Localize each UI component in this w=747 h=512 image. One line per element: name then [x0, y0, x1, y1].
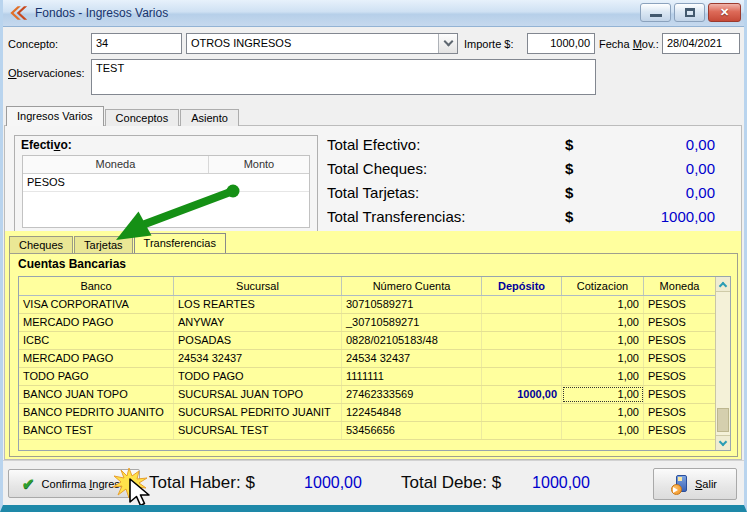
total-tarjetas-label: Total Tarjetas:: [327, 184, 419, 201]
importe-input[interactable]: 1000,00: [527, 33, 595, 54]
currency-symbol: $: [565, 136, 573, 153]
total-haber-value: 1000,00: [291, 474, 375, 492]
cell-numero: 30710589271: [342, 296, 482, 313]
cell-numero: 1111111: [342, 368, 482, 385]
minimize-button[interactable]: [640, 3, 671, 22]
cell-sucursal: SUCURSAL JUAN TOPO: [174, 386, 342, 403]
payments-panel: Cheques Tarjetas Transferencias Cuentas …: [5, 231, 741, 459]
cell-deposito[interactable]: [482, 404, 562, 421]
total-debe-value: 1000,00: [515, 474, 607, 492]
cell-deposito[interactable]: [482, 314, 562, 331]
total-efectivo-label: Total Efectivo:: [327, 136, 420, 153]
tab-transferencias[interactable]: Transferencias: [134, 233, 226, 253]
tab-tarjetas[interactable]: Tarjetas: [74, 236, 133, 253]
observaciones-label: Observaciones:: [8, 67, 84, 79]
scroll-up-button[interactable]: [716, 277, 730, 292]
cell-deposito[interactable]: [482, 350, 562, 367]
cell-banco: BANCO JUAN TOPO: [19, 386, 174, 403]
vertical-scrollbar[interactable]: [715, 277, 730, 450]
tab-conceptos[interactable]: Conceptos: [105, 109, 180, 126]
total-cheques-row: Total Cheques: $ 0,00: [327, 157, 719, 181]
fecha-input[interactable]: 28/04/2021: [662, 33, 740, 54]
total-debe-label: Total Debe: $: [401, 473, 501, 493]
confirma-ingreso-button[interactable]: ✔ Confirma Ingreso: [8, 469, 140, 498]
cell-numero: 24534 32437: [342, 350, 482, 367]
total-cheques-label: Total Cheques:: [327, 160, 427, 177]
concepto-dropdown-button[interactable]: [438, 34, 457, 53]
salir-button[interactable]: Salir: [653, 468, 737, 500]
table-row-selected[interactable]: BANCO JUAN TOPO SUCURSAL JUAN TOPO 27462…: [19, 386, 730, 404]
tab-asiento[interactable]: Asiento: [180, 109, 239, 126]
cell-moneda: PESOS: [644, 332, 715, 349]
cell-cotizacion[interactable]: 1,00: [562, 332, 644, 349]
footer-bar: ✔ Confirma Ingreso Total Haber: $ 1000,0…: [3, 460, 744, 505]
cell-moneda: PESOS: [644, 386, 715, 403]
cell-cotizacion[interactable]: 1,00: [562, 368, 644, 385]
fecha-label: Fecha Mov.:: [599, 38, 659, 50]
table-row[interactable]: MERCADO PAGO ANYWAY _30710589271 1,00 PE…: [19, 314, 730, 332]
cell-sucursal: SUCURSAL TEST: [174, 422, 342, 439]
titlebar[interactable]: Fondos - Ingresos Varios ✕: [3, 0, 744, 27]
check-icon: ✔: [22, 475, 35, 493]
efectivo-table: Moneda Monto PESOS: [22, 155, 310, 228]
total-transferencias-label: Total Transferencias:: [327, 208, 465, 225]
efectivo-row[interactable]: PESOS: [23, 174, 309, 192]
concepto-select[interactable]: OTROS INGRESOS: [186, 33, 458, 54]
cell-cotizacion[interactable]: 1,00: [562, 404, 644, 421]
efectivo-label: Efectivo:: [21, 138, 72, 152]
table-row[interactable]: ICBC POSADAS 0828/02105183/48 1,00 PESOS: [19, 332, 730, 350]
confirma-ingreso-label: Confirma Ingreso: [42, 478, 126, 490]
cell-banco: ICBC: [19, 332, 174, 349]
cell-numero: 0828/02105183/48: [342, 332, 482, 349]
ingresos-varios-tabpage: Efectivo: Moneda Monto PESOS Total Efect…: [4, 125, 742, 460]
col-numero-cuenta: Número Cuenta: [342, 277, 482, 295]
salir-label: Salir: [695, 478, 717, 490]
total-efectivo-row: Total Efectivo: $ 0,00: [327, 133, 719, 157]
cell-sucursal: 24534 32437: [174, 350, 342, 367]
main-tabstrip: Ingresos Varios Conceptos Asiento: [6, 106, 240, 126]
cell-deposito[interactable]: [482, 422, 562, 439]
efectivo-header-row: Moneda Monto: [23, 156, 309, 174]
efectivo-group: Efectivo: Moneda Monto PESOS: [14, 135, 318, 232]
observaciones-input[interactable]: TEST: [91, 59, 596, 95]
maximize-button[interactable]: [674, 3, 705, 22]
table-row[interactable]: TODO PAGO TODO PAGO 1111111 1,00 PESOS: [19, 368, 730, 386]
cell-numero: 27462333569: [342, 386, 482, 403]
cell-deposito[interactable]: [482, 296, 562, 313]
exit-door-icon: [673, 475, 688, 493]
payment-tabstrip: Cheques Tarjetas Transferencias: [9, 233, 227, 253]
efectivo-col-moneda: Moneda: [23, 156, 209, 173]
scrollbar-thumb[interactable]: [717, 408, 729, 432]
table-row[interactable]: BANCO PEDRITO JUANITO SUCURSAL PEDRITO J…: [19, 404, 730, 422]
concepto-code-input[interactable]: 34: [91, 33, 182, 54]
total-tarjetas-value: 0,00: [686, 184, 715, 201]
maximize-icon: [685, 8, 695, 17]
cell-cotizacion[interactable]: 1,00: [562, 350, 644, 367]
cell-deposito[interactable]: [482, 368, 562, 385]
app-icon: [9, 5, 29, 21]
bank-accounts-table: Banco Sucursal Número Cuenta Depósito Co…: [18, 276, 731, 451]
scroll-down-button[interactable]: [716, 435, 730, 450]
table-row[interactable]: VISA CORPORATIVA LOS REARTES 30710589271…: [19, 296, 730, 314]
cell-deposito[interactable]: [482, 332, 562, 349]
total-transferencias-row: Total Transferencias: $ 1000,00: [327, 205, 719, 229]
efectivo-cell-monto[interactable]: [209, 174, 309, 191]
chevron-up-icon: [719, 281, 727, 289]
cell-banco: BANCO PEDRITO JUANITO: [19, 404, 174, 421]
cell-deposito[interactable]: 1000,00: [482, 386, 562, 403]
cell-sucursal: LOS REARTES: [174, 296, 342, 313]
app-window: Fondos - Ingresos Varios ✕ Concepto: 34 …: [0, 0, 747, 512]
cell-cotizacion[interactable]: 1,00: [562, 296, 644, 313]
close-button[interactable]: ✕: [708, 3, 741, 22]
close-icon: ✕: [720, 6, 729, 19]
tab-ingresos-varios[interactable]: Ingresos Varios: [6, 106, 104, 126]
cell-numero: 53456656: [342, 422, 482, 439]
table-row[interactable]: MERCADO PAGO 24534 32437 24534 32437 1,0…: [19, 350, 730, 368]
cell-banco: MERCADO PAGO: [19, 350, 174, 367]
cell-cotizacion[interactable]: 1,00: [562, 422, 644, 439]
cell-moneda: PESOS: [644, 314, 715, 331]
cell-cotizacion[interactable]: 1,00: [562, 314, 644, 331]
table-row[interactable]: BANCO TEST SUCURSAL TEST 53456656 1,00 P…: [19, 422, 730, 440]
tab-cheques[interactable]: Cheques: [9, 236, 73, 253]
cell-cotizacion-focused[interactable]: 1,00: [562, 386, 644, 403]
